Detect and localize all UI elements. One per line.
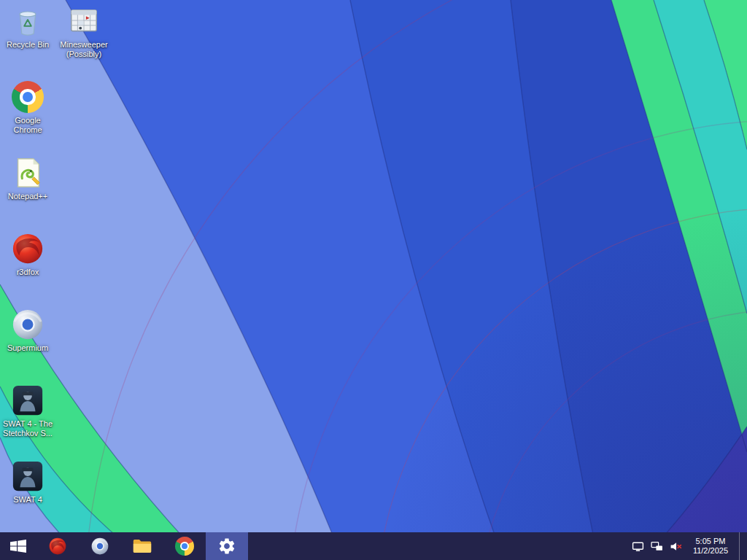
chrome-icon <box>175 537 194 556</box>
desktop-icon-label: Minesweeper (Possibly) <box>58 40 109 59</box>
desktop-icon-swat4-stetchkov[interactable]: SWAT 4 - The Stetchkov S... <box>1 384 55 456</box>
swat4-icon <box>11 384 44 417</box>
desktop-icon-label: Google Chrome <box>2 116 53 135</box>
volume-muted-icon[interactable] <box>670 540 682 553</box>
desktop-icon-label: Notepad++ <box>8 192 47 201</box>
taskbar-clock[interactable]: 5:05 PM 11/2/2025 <box>689 537 732 556</box>
desktop-icon-notepadpp[interactable]: Notepad++ <box>1 156 55 229</box>
tray-time: 5:05 PM <box>695 537 725 546</box>
gear-icon <box>217 537 236 556</box>
desktop-icon-label: Recycle Bin <box>7 40 49 50</box>
taskbar: 5:05 PM 11/2/2025 <box>0 532 747 560</box>
desktop-icon-google-chrome[interactable]: Google Chrome <box>1 80 55 153</box>
swat4-icon <box>11 459 44 493</box>
desktop-icon-supermium[interactable]: Supermium <box>1 308 55 381</box>
folder-icon <box>133 537 152 556</box>
supermium-icon <box>90 537 109 556</box>
wallpaper-corner-shading <box>0 0 747 560</box>
screen: Recycle Bin Minesweeper (Possibly) Googl… <box>0 0 747 560</box>
notepadpp-icon <box>11 156 44 190</box>
taskbar-r3dfox-button[interactable] <box>36 532 79 560</box>
system-tray: 5:05 PM 11/2/2025 <box>632 532 747 560</box>
desktop-icon-r3dfox[interactable]: r3dfox <box>1 232 55 305</box>
taskbar-settings-button[interactable] <box>206 532 248 560</box>
wallpaper <box>0 0 747 560</box>
display-icon[interactable] <box>632 540 644 553</box>
desktop-icon-label: Supermium <box>7 343 48 353</box>
taskbar-supermium-button[interactable] <box>79 532 121 560</box>
network-icon[interactable] <box>651 540 663 553</box>
desktop-icon-label: SWAT 4 - The Stetchkov S... <box>2 419 53 438</box>
windows-logo-icon <box>9 537 28 556</box>
desktop-icon-label: r3dfox <box>17 268 39 277</box>
desktop-icon-swat4[interactable]: SWAT 4 <box>1 459 55 532</box>
start-button[interactable] <box>0 532 36 560</box>
desktop-icon-recycle-bin[interactable]: Recycle Bin <box>1 4 55 77</box>
desktop-icon-minesweeper[interactable]: Minesweeper (Possibly) <box>57 4 111 77</box>
supermium-icon <box>11 308 44 341</box>
r3dfox-icon <box>48 537 67 556</box>
chrome-icon <box>11 80 44 114</box>
desktop-icon-label: SWAT 4 <box>13 495 42 505</box>
show-desktop-button[interactable] <box>739 532 744 560</box>
minesweeper-icon <box>67 4 101 38</box>
taskbar-file-explorer-button[interactable] <box>121 532 163 560</box>
tray-date: 11/2/2025 <box>693 546 728 556</box>
r3dfox-icon <box>11 232 44 265</box>
recycle-bin-icon <box>11 4 44 38</box>
taskbar-chrome-button[interactable] <box>163 532 206 560</box>
